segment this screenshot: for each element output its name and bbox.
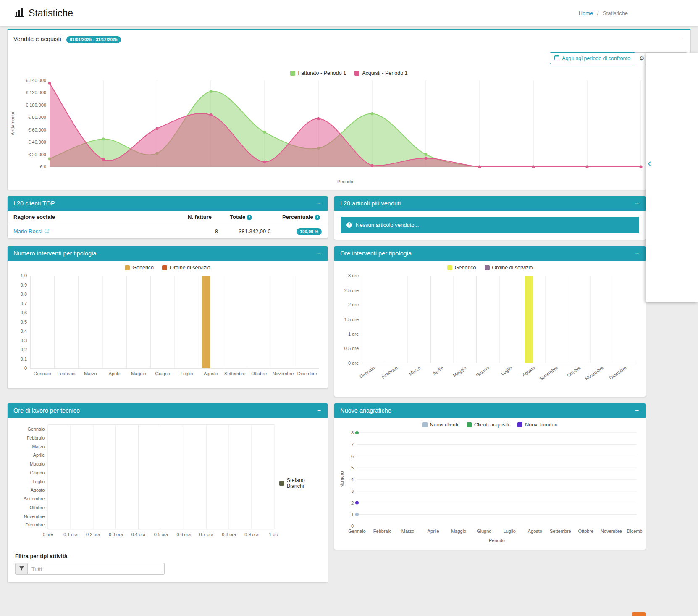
- chart-text: Settembre: [538, 365, 559, 382]
- filter-button[interactable]: [15, 563, 28, 575]
- row-bottom: Ore di lavoro per tecnico − 0 ore0.1 ora…: [7, 403, 691, 583]
- chart-circle: [355, 501, 359, 505]
- funnel-icon: [19, 566, 24, 572]
- collapse-button[interactable]: −: [316, 250, 322, 257]
- chart-circle: [586, 166, 589, 168]
- legend-label: Stefano Bianchi: [287, 477, 323, 489]
- info-icon[interactable]: i: [315, 215, 320, 220]
- panel-numero-header: Numero interventi per tipologia −: [8, 246, 328, 261]
- chart-text: Maggio: [30, 461, 45, 466]
- legend-item[interactable]: Nuovi fornitori: [517, 422, 557, 428]
- collapse-button[interactable]: −: [634, 407, 640, 414]
- chart-circle: [478, 166, 481, 168]
- activity-filter-group: [15, 563, 165, 575]
- column-percentuale: Percentualei: [276, 211, 328, 224]
- chart-circle: [371, 164, 374, 167]
- chart-rect: [525, 276, 533, 363]
- client-link[interactable]: Mario Rossi: [13, 228, 49, 234]
- app-root: Statistiche Home / Statistiche Vendite e…: [0, 0, 698, 583]
- comparison-drawer: ‹: [646, 53, 698, 302]
- chart-text: 0,3: [21, 338, 27, 343]
- chart-text: Agosto: [204, 371, 218, 376]
- chart-text: Aprile: [109, 371, 121, 376]
- legend-item[interactable]: Ordine di servizio: [162, 265, 210, 271]
- collapse-button[interactable]: −: [316, 407, 322, 414]
- bottom-action-sliver[interactable]: [632, 612, 646, 616]
- chart-text: Dicembre: [608, 365, 627, 381]
- chart-text: 0,8: [21, 292, 27, 297]
- legend-swatch: [485, 265, 490, 270]
- chart-text: Luglio: [33, 479, 45, 484]
- cell-percentuale: 100,00 %: [276, 224, 328, 238]
- panel-vendite-title-wrap: Vendite e acquisti 01/01/2025 - 31/12/20…: [13, 35, 121, 43]
- legend-label: Nuovi clienti: [430, 422, 458, 428]
- row-interventi: Numero interventi per tipologia − Generi…: [7, 246, 691, 397]
- ore-lavoro-chart-legend: Stefano Bianchi: [278, 477, 324, 489]
- breadcrumb-home-link[interactable]: Home: [578, 10, 593, 16]
- chart-circle: [102, 158, 105, 161]
- info-icon: i: [346, 222, 352, 228]
- chart-text: Novembre: [24, 514, 45, 519]
- chart-text: Andamento: [10, 112, 15, 135]
- collapse-button[interactable]: −: [634, 200, 640, 207]
- legend-swatch: [517, 422, 522, 427]
- numero-chart-body: GenericoOrdine di servizio 00,10,20,30,4…: [8, 261, 328, 388]
- legend-label: Clienti acquisiti: [474, 422, 509, 428]
- chart-text: Febbraio: [380, 365, 398, 380]
- chart-text: 0.8 ora: [222, 532, 236, 537]
- cell-ragione: Mario Rossi: [8, 224, 182, 238]
- chart-text: Agosto: [31, 487, 45, 492]
- chart-text: € 80.000: [28, 115, 46, 120]
- legend-item[interactable]: Generico: [447, 265, 476, 271]
- chart-text: Luglio: [181, 371, 193, 376]
- chart-text: Giugno: [477, 529, 491, 534]
- legend-item[interactable]: Ordine di servizio: [485, 265, 533, 271]
- chart-text: Gennaio: [358, 365, 375, 379]
- collapse-button[interactable]: −: [678, 35, 685, 43]
- chart-circle: [263, 131, 266, 134]
- empty-articles-alert: i Nessun articolo venduto...: [341, 217, 639, 233]
- chart-text: Novembre: [601, 529, 622, 534]
- legend-swatch: [422, 422, 428, 427]
- chart-text: 1 ora: [269, 532, 278, 537]
- legend-label: Acquisti - Periodo 1: [362, 70, 407, 76]
- chart-text: 0,5: [21, 319, 27, 324]
- add-period-button[interactable]: Aggiungi periodo di confronto: [550, 52, 635, 64]
- legend-label: Fatturato - Periodo 1: [298, 70, 346, 76]
- collapse-button[interactable]: −: [316, 200, 322, 207]
- external-link-icon: [45, 228, 49, 234]
- panel-ore-interventi: Ore interventi per tipologia − GenericoO…: [334, 246, 646, 397]
- chart-text: 0.1 ora: [63, 532, 78, 537]
- collapse-button[interactable]: −: [634, 250, 640, 257]
- panel-numero-interventi: Numero interventi per tipologia − Generi…: [7, 246, 328, 389]
- panel-ore-lavoro-header: Ore di lavoro per tecnico −: [8, 403, 328, 418]
- legend-item[interactable]: Fatturato - Periodo 1: [290, 70, 346, 76]
- info-icon[interactable]: i: [247, 215, 252, 220]
- legend-item[interactable]: Stefano Bianchi: [279, 477, 323, 489]
- chart-text: 0.2 ora: [86, 532, 100, 537]
- chart-text: Marzo: [401, 529, 415, 534]
- chart-circle: [317, 117, 320, 120]
- chart-text: 4: [351, 477, 354, 482]
- chart-text: Dicembre: [627, 529, 643, 534]
- anagrafiche-chart-body: Nuovi clientiClienti acquisitiNuovi forn…: [334, 418, 646, 550]
- chart-text: Ottobre: [251, 371, 267, 376]
- chart-text: 1: [351, 512, 354, 517]
- chart-text: Maggio: [452, 365, 467, 378]
- chart-circle: [425, 157, 428, 160]
- bar-chart-icon: [14, 7, 24, 19]
- calendar-icon: [554, 55, 559, 61]
- legend-item[interactable]: Generico: [125, 265, 154, 271]
- drawer-toggle-chevron[interactable]: ‹: [648, 158, 651, 168]
- chart-text: Gennaio: [348, 529, 366, 534]
- chart-text: Ottobre: [566, 365, 582, 378]
- legend-item[interactable]: Clienti acquisiti: [467, 422, 509, 428]
- chart-text: 6: [351, 454, 354, 459]
- legend-item[interactable]: Acquisti - Periodo 1: [354, 70, 407, 76]
- activity-filter-input[interactable]: [28, 563, 165, 575]
- legend-item[interactable]: Nuovi clienti: [422, 422, 458, 428]
- chart-text: 2.5 ore: [344, 288, 359, 293]
- chart-text: 0.5 ora: [154, 532, 168, 537]
- chart-text: 7: [351, 442, 354, 447]
- panel-vendite-acquisti: Vendite e acquisti 01/01/2025 - 31/12/20…: [7, 29, 691, 190]
